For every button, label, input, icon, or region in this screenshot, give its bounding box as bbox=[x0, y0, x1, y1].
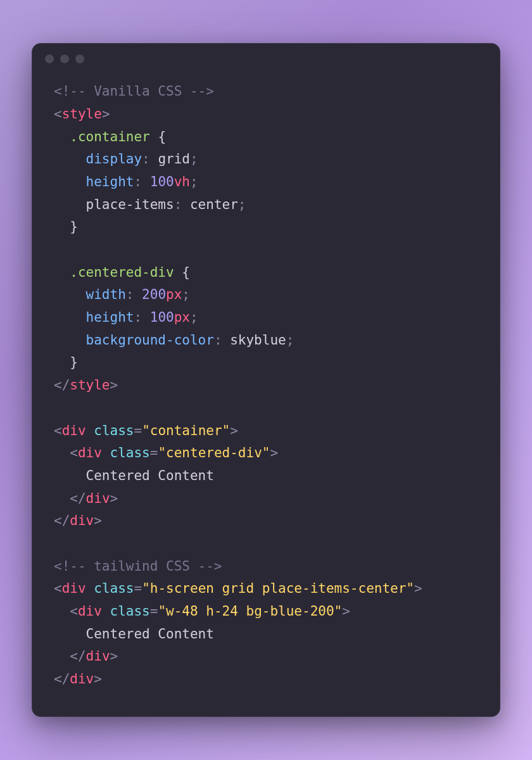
val-100vh-num: 100 bbox=[150, 174, 174, 189]
val-100px-num: 100 bbox=[150, 310, 174, 325]
val-place-items: center bbox=[190, 197, 238, 212]
val-100px-unit: px bbox=[174, 310, 190, 325]
prop-bg-color: background-color bbox=[86, 332, 214, 348]
selector-container: .container bbox=[70, 129, 149, 144]
window-titlebar bbox=[32, 44, 500, 74]
text-centered-content-1: Centered Content bbox=[86, 468, 214, 483]
prop-height: height bbox=[86, 174, 134, 189]
val-100vh-unit: vh bbox=[174, 174, 190, 189]
prop-width: width bbox=[86, 287, 126, 302]
val-skyblue: skyblue bbox=[230, 332, 286, 348]
val-200px-num: 200 bbox=[142, 287, 166, 302]
str-tw-inner: "w-48 h-24 bg-blue-200" bbox=[158, 604, 342, 619]
selector-centered-div: .centered-div bbox=[70, 265, 174, 280]
prop-height-2: height bbox=[86, 310, 134, 325]
attr-class: class bbox=[94, 423, 134, 438]
prop-place-items: place-items bbox=[86, 197, 174, 212]
window-control-minimize-icon[interactable] bbox=[60, 54, 69, 63]
window-control-zoom-icon[interactable] bbox=[75, 54, 84, 63]
tag-div: div bbox=[62, 423, 86, 438]
prop-display: display bbox=[86, 151, 142, 167]
tag-style-open: style bbox=[62, 106, 102, 122]
window-control-close-icon[interactable] bbox=[45, 54, 54, 63]
angle-open: < bbox=[54, 106, 62, 122]
comment-vanilla: <!-- Vanilla CSS --> bbox=[54, 84, 214, 99]
val-display: grid bbox=[158, 151, 190, 167]
str-tw-outer: "h-screen grid place-items-center" bbox=[142, 581, 414, 596]
str-container: "container" bbox=[142, 423, 230, 438]
code-editor-window: <!-- Vanilla CSS --> <style> .container … bbox=[32, 43, 500, 717]
comment-tailwind: <!-- tailwind CSS --> bbox=[54, 559, 222, 574]
text-centered-content-2: Centered Content bbox=[86, 626, 214, 642]
tag-style-close: style bbox=[70, 377, 110, 393]
code-content: <!-- Vanilla CSS --> <style> .container … bbox=[32, 74, 500, 716]
val-200px-unit: px bbox=[166, 287, 182, 302]
str-centered-div: "centered-div" bbox=[158, 445, 270, 460]
